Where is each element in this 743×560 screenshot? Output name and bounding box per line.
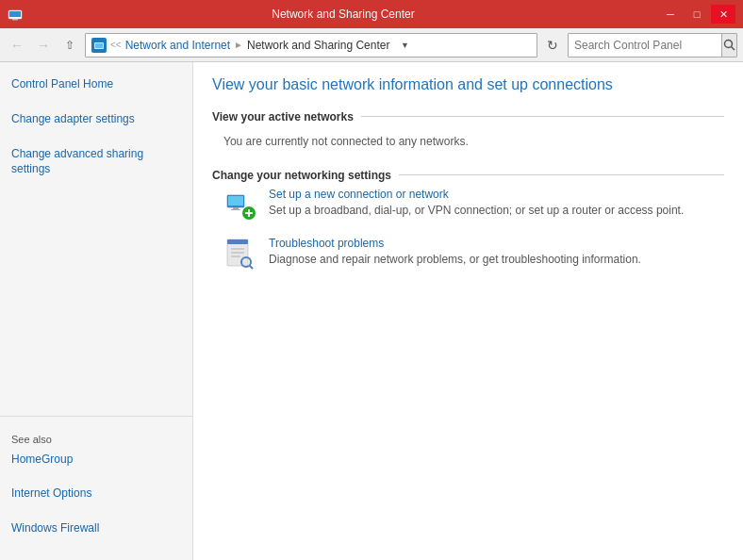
troubleshoot-desc: Diagnose and repair network problems, or… — [269, 253, 641, 266]
breadcrumb-sep-1: << — [110, 40, 122, 50]
title-bar: Network and Sharing Center ─ □ ✕ — [0, 0, 743, 28]
svg-rect-1 — [9, 11, 21, 17]
refresh-button[interactable]: ↻ — [541, 34, 564, 57]
breadcrumb-icon — [91, 38, 107, 53]
setup-connection-link[interactable]: Set up a new connection or network — [269, 188, 684, 201]
see-also-title: See also — [11, 434, 181, 445]
sidebar-item-change-advanced-sharing[interactable]: Change advanced sharing settings — [11, 143, 181, 181]
window-title: Network and Sharing Center — [28, 8, 658, 21]
sidebar-item-windows-firewall[interactable]: Windows Firewall — [11, 518, 181, 539]
troubleshoot-link[interactable]: Troubleshoot problems — [269, 237, 641, 250]
main-layout: Control Panel Home Change adapter settin… — [0, 62, 743, 560]
change-networking-body: Set up a new connection or network Set u… — [212, 188, 724, 271]
active-networks-header: View your active networks — [212, 110, 724, 124]
svg-line-6 — [732, 47, 735, 51]
setup-connection-text: Set up a new connection or network Set u… — [269, 188, 684, 217]
change-networking-header: Change your networking settings — [212, 169, 724, 182]
maximize-button[interactable]: □ — [685, 5, 709, 24]
svg-rect-10 — [231, 209, 240, 210]
sidebar-see-also: See also HomeGroup Internet Options Wind… — [0, 416, 192, 549]
action-setup-connection: Set up a new connection or network Set u… — [223, 188, 724, 222]
svg-rect-9 — [233, 207, 239, 209]
sidebar: Control Panel Home Change adapter settin… — [0, 62, 193, 560]
setup-connection-desc: Set up a broadband, dial-up, or VPN conn… — [269, 204, 684, 217]
search-input[interactable] — [569, 39, 721, 52]
back-button[interactable]: ← — [6, 34, 28, 57]
page-title: View your basic network information and … — [212, 75, 724, 95]
no-network-text: You are currently not connected to any n… — [223, 129, 724, 154]
svg-point-5 — [725, 41, 733, 48]
active-networks-body: You are currently not connected to any n… — [212, 129, 724, 154]
forward-button[interactable]: → — [32, 34, 55, 57]
window-controls: ─ □ ✕ — [658, 5, 735, 24]
troubleshoot-icon — [223, 237, 257, 271]
sidebar-item-internet-options[interactable]: Internet Options — [11, 483, 181, 504]
sidebar-item-homegroup[interactable]: HomeGroup — [11, 449, 181, 470]
svg-rect-8 — [228, 196, 243, 206]
svg-rect-4 — [95, 43, 103, 48]
sidebar-nav: Control Panel Home Change adapter settin… — [0, 74, 192, 416]
svg-rect-2 — [12, 19, 18, 21]
breadcrumb-network-internet[interactable]: Network and Internet — [125, 39, 230, 52]
content-area: View your basic network information and … — [193, 62, 743, 560]
address-bar: ← → ⇧ << Network and Internet ► Network … — [0, 28, 743, 62]
setup-connection-icon — [223, 188, 257, 222]
breadcrumb-current: Network and Sharing Center — [247, 39, 389, 52]
app-icon — [8, 7, 23, 22]
breadcrumb-area: << Network and Internet ► Network and Sh… — [85, 33, 537, 58]
minimize-button[interactable]: ─ — [658, 5, 683, 24]
breadcrumb-dropdown-icon[interactable]: ▼ — [395, 34, 414, 57]
breadcrumb-sep-2: ► — [234, 40, 243, 50]
action-troubleshoot: Troubleshoot problems Diagnose and repai… — [223, 237, 724, 271]
search-box — [568, 33, 737, 58]
search-button[interactable] — [721, 34, 736, 57]
sidebar-item-change-adapter[interactable]: Change adapter settings — [11, 108, 181, 130]
svg-rect-15 — [227, 239, 248, 244]
sidebar-item-control-panel-home[interactable]: Control Panel Home — [11, 74, 181, 95]
close-button[interactable]: ✕ — [711, 5, 735, 24]
up-button[interactable]: ⇧ — [58, 34, 81, 57]
troubleshoot-text: Troubleshoot problems Diagnose and repai… — [269, 237, 641, 266]
svg-line-20 — [250, 265, 254, 269]
